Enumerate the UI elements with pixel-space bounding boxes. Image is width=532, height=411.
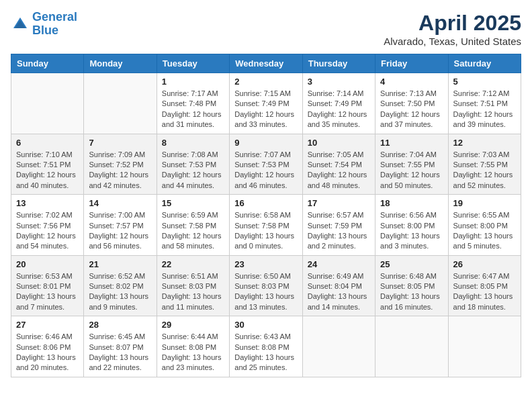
calendar-day-1: 1Sunrise: 7:17 AM Sunset: 7:48 PM Daylig… xyxy=(157,73,229,134)
calendar-day-empty xyxy=(375,316,448,377)
calendar-day-29: 29Sunrise: 6:44 AM Sunset: 8:08 PM Dayli… xyxy=(157,316,229,377)
day-info: Sunrise: 7:09 AM Sunset: 7:52 PM Dayligh… xyxy=(89,150,151,191)
calendar-day-19: 19Sunrise: 6:55 AM Sunset: 8:00 PM Dayli… xyxy=(448,195,521,256)
day-info: Sunrise: 6:58 AM Sunset: 7:58 PM Dayligh… xyxy=(234,210,297,252)
day-info: Sunrise: 7:05 AM Sunset: 7:54 PM Dayligh… xyxy=(308,150,370,191)
day-info: Sunrise: 6:53 AM Sunset: 8:01 PM Dayligh… xyxy=(16,271,79,313)
day-info: Sunrise: 6:56 AM Sunset: 8:00 PM Dayligh… xyxy=(380,210,443,252)
calendar-day-7: 7Sunrise: 7:09 AM Sunset: 7:52 PM Daylig… xyxy=(84,134,157,195)
calendar-day-18: 18Sunrise: 6:56 AM Sunset: 8:00 PM Dayli… xyxy=(375,195,448,256)
day-number: 2 xyxy=(234,77,297,87)
day-number: 15 xyxy=(162,198,224,208)
calendar-table: SundayMondayTuesdayWednesdayThursdayFrid… xyxy=(11,54,521,377)
calendar-day-23: 23Sunrise: 6:50 AM Sunset: 8:03 PM Dayli… xyxy=(230,255,302,316)
calendar-day-20: 20Sunrise: 6:53 AM Sunset: 8:01 PM Dayli… xyxy=(11,255,84,316)
calendar-day-empty xyxy=(84,73,157,134)
calendar-day-empty xyxy=(448,316,521,377)
weekday-header-monday: Monday xyxy=(84,54,157,73)
calendar-day-2: 2Sunrise: 7:15 AM Sunset: 7:49 PM Daylig… xyxy=(230,73,302,134)
day-number: 13 xyxy=(16,198,79,208)
day-number: 9 xyxy=(234,138,297,148)
day-info: Sunrise: 6:51 AM Sunset: 8:03 PM Dayligh… xyxy=(162,271,224,313)
weekday-header-saturday: Saturday xyxy=(448,54,521,73)
day-number: 24 xyxy=(308,259,370,269)
calendar-day-9: 9Sunrise: 7:07 AM Sunset: 7:53 PM Daylig… xyxy=(230,134,302,195)
day-info: Sunrise: 7:03 AM Sunset: 7:55 PM Dayligh… xyxy=(453,150,516,191)
month-title: April 2025 xyxy=(384,11,521,36)
day-number: 1 xyxy=(162,77,224,87)
calendar-day-10: 10Sunrise: 7:05 AM Sunset: 7:54 PM Dayli… xyxy=(302,134,375,195)
calendar-day-11: 11Sunrise: 7:04 AM Sunset: 7:55 PM Dayli… xyxy=(375,134,448,195)
title-block: April 2025 Alvarado, Texas, United State… xyxy=(384,11,521,47)
day-number: 28 xyxy=(89,320,151,330)
day-number: 10 xyxy=(308,138,370,148)
day-number: 23 xyxy=(234,259,297,269)
day-number: 5 xyxy=(453,77,516,87)
day-info: Sunrise: 7:12 AM Sunset: 7:51 PM Dayligh… xyxy=(453,89,516,130)
calendar-day-24: 24Sunrise: 6:49 AM Sunset: 8:04 PM Dayli… xyxy=(302,255,375,316)
day-number: 18 xyxy=(380,198,443,208)
calendar-day-5: 5Sunrise: 7:12 AM Sunset: 7:51 PM Daylig… xyxy=(448,73,521,134)
calendar-day-empty xyxy=(302,316,375,377)
weekday-header-wednesday: Wednesday xyxy=(230,54,302,73)
day-number: 27 xyxy=(16,320,79,330)
logo: General Blue xyxy=(11,11,77,38)
calendar-day-22: 22Sunrise: 6:51 AM Sunset: 8:03 PM Dayli… xyxy=(157,255,229,316)
calendar-day-6: 6Sunrise: 7:10 AM Sunset: 7:51 PM Daylig… xyxy=(11,134,84,195)
day-number: 16 xyxy=(234,198,297,208)
day-number: 19 xyxy=(453,198,516,208)
day-number: 29 xyxy=(162,320,224,330)
day-info: Sunrise: 6:45 AM Sunset: 8:07 PM Dayligh… xyxy=(89,332,151,373)
day-info: Sunrise: 6:46 AM Sunset: 8:06 PM Dayligh… xyxy=(16,332,79,373)
day-info: Sunrise: 6:49 AM Sunset: 8:04 PM Dayligh… xyxy=(308,271,370,313)
day-number: 30 xyxy=(234,320,297,330)
day-number: 25 xyxy=(380,259,443,269)
day-info: Sunrise: 7:08 AM Sunset: 7:53 PM Dayligh… xyxy=(162,150,224,191)
weekday-header-friday: Friday xyxy=(375,54,448,73)
calendar-day-4: 4Sunrise: 7:13 AM Sunset: 7:50 PM Daylig… xyxy=(375,73,448,134)
day-info: Sunrise: 7:17 AM Sunset: 7:48 PM Dayligh… xyxy=(162,89,224,130)
day-info: Sunrise: 7:00 AM Sunset: 7:57 PM Dayligh… xyxy=(89,210,151,252)
calendar-day-12: 12Sunrise: 7:03 AM Sunset: 7:55 PM Dayli… xyxy=(448,134,521,195)
day-number: 7 xyxy=(89,138,151,148)
calendar-week-row: 1Sunrise: 7:17 AM Sunset: 7:48 PM Daylig… xyxy=(11,73,521,134)
calendar-day-21: 21Sunrise: 6:52 AM Sunset: 8:02 PM Dayli… xyxy=(84,255,157,316)
day-number: 11 xyxy=(380,138,443,148)
day-number: 12 xyxy=(453,138,516,148)
day-number: 21 xyxy=(89,259,151,269)
day-info: Sunrise: 6:57 AM Sunset: 7:59 PM Dayligh… xyxy=(308,210,370,252)
day-number: 6 xyxy=(16,138,79,148)
weekday-header-sunday: Sunday xyxy=(11,54,84,73)
calendar-week-row: 20Sunrise: 6:53 AM Sunset: 8:01 PM Dayli… xyxy=(11,255,521,316)
logo-text: General Blue xyxy=(32,11,77,38)
calendar-day-8: 8Sunrise: 7:08 AM Sunset: 7:53 PM Daylig… xyxy=(157,134,229,195)
day-info: Sunrise: 7:13 AM Sunset: 7:50 PM Dayligh… xyxy=(380,89,443,130)
calendar-day-30: 30Sunrise: 6:43 AM Sunset: 8:08 PM Dayli… xyxy=(230,316,302,377)
calendar-day-16: 16Sunrise: 6:58 AM Sunset: 7:58 PM Dayli… xyxy=(230,195,302,256)
calendar-day-27: 27Sunrise: 6:46 AM Sunset: 8:06 PM Dayli… xyxy=(11,316,84,377)
calendar-day-17: 17Sunrise: 6:57 AM Sunset: 7:59 PM Dayli… xyxy=(302,195,375,256)
day-info: Sunrise: 6:52 AM Sunset: 8:02 PM Dayligh… xyxy=(89,271,151,313)
weekday-header-thursday: Thursday xyxy=(302,54,375,73)
calendar-day-28: 28Sunrise: 6:45 AM Sunset: 8:07 PM Dayli… xyxy=(84,316,157,377)
weekday-header-tuesday: Tuesday xyxy=(157,54,229,73)
day-number: 26 xyxy=(453,259,516,269)
day-number: 4 xyxy=(380,77,443,87)
day-info: Sunrise: 7:10 AM Sunset: 7:51 PM Dayligh… xyxy=(16,150,79,191)
day-info: Sunrise: 6:44 AM Sunset: 8:08 PM Dayligh… xyxy=(162,332,224,373)
day-info: Sunrise: 7:14 AM Sunset: 7:49 PM Dayligh… xyxy=(308,89,370,130)
weekday-header-row: SundayMondayTuesdayWednesdayThursdayFrid… xyxy=(11,54,521,73)
calendar-week-row: 6Sunrise: 7:10 AM Sunset: 7:51 PM Daylig… xyxy=(11,134,521,195)
day-number: 8 xyxy=(162,138,224,148)
day-info: Sunrise: 6:43 AM Sunset: 8:08 PM Dayligh… xyxy=(234,332,297,373)
calendar-day-empty xyxy=(11,73,84,134)
calendar-day-3: 3Sunrise: 7:14 AM Sunset: 7:49 PM Daylig… xyxy=(302,73,375,134)
day-number: 3 xyxy=(308,77,370,87)
location-title: Alvarado, Texas, United States xyxy=(384,36,521,47)
day-info: Sunrise: 7:15 AM Sunset: 7:49 PM Dayligh… xyxy=(234,89,297,130)
calendar-day-13: 13Sunrise: 7:02 AM Sunset: 7:56 PM Dayli… xyxy=(11,195,84,256)
calendar-week-row: 27Sunrise: 6:46 AM Sunset: 8:06 PM Dayli… xyxy=(11,316,521,377)
calendar-day-15: 15Sunrise: 6:59 AM Sunset: 7:58 PM Dayli… xyxy=(157,195,229,256)
day-info: Sunrise: 7:04 AM Sunset: 7:55 PM Dayligh… xyxy=(380,150,443,191)
day-info: Sunrise: 6:55 AM Sunset: 8:00 PM Dayligh… xyxy=(453,210,516,252)
